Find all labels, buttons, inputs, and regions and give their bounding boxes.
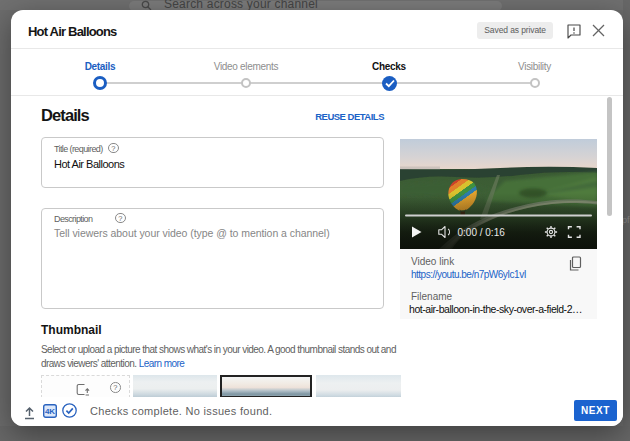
svg-text:0:00 / 0:16: 0:00 / 0:16 [458, 227, 506, 238]
svg-text:4K: 4K [45, 407, 55, 416]
